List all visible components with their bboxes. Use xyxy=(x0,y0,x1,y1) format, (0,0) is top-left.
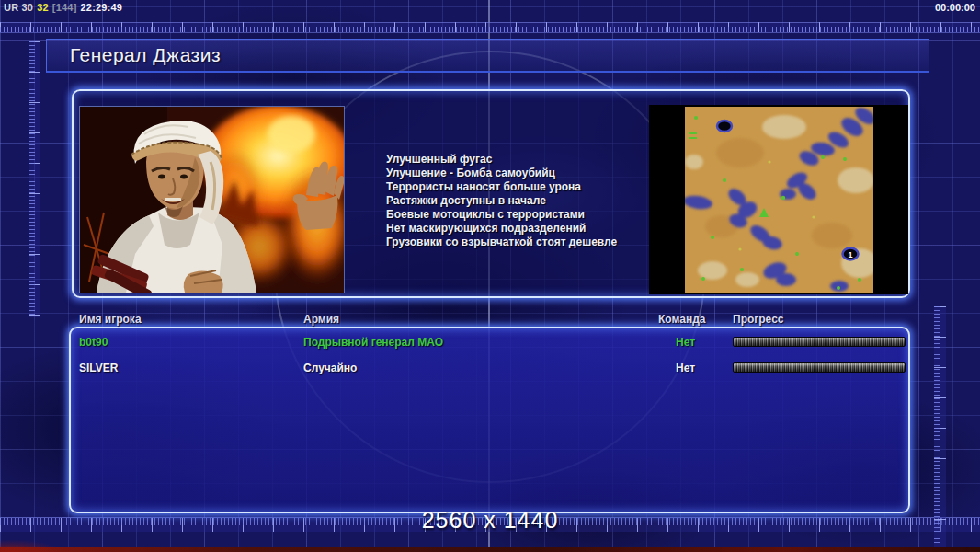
page-title: Генерал Джазиз xyxy=(47,40,929,71)
bottom-left-red-glow xyxy=(0,532,83,552)
bonus-item: Нет маскирующихся подразделений xyxy=(386,222,617,236)
minimap-preview: 1 xyxy=(649,105,908,294)
loading-progress-bar xyxy=(733,362,906,373)
column-header-progress: Прогресс xyxy=(733,313,783,326)
player-army: Подрывной генерал МАО xyxy=(303,336,443,349)
player-team: Нет xyxy=(676,362,695,374)
ruler-top xyxy=(0,22,980,33)
fps-value: 32 xyxy=(37,2,49,13)
player-name: b0t90 xyxy=(79,336,108,349)
bonus-item: Террористы наносят больше урона xyxy=(386,180,617,194)
local-time: 22:29:49 xyxy=(81,2,123,13)
player-name: SILVER xyxy=(79,362,118,374)
loading-screen: UR 3032[144]22:29:49 00:00:00 Генерал Дж… xyxy=(0,0,980,552)
game-timer: 00:00:00 xyxy=(935,2,975,13)
players-table-panel xyxy=(69,327,910,513)
player-team: Нет xyxy=(676,336,695,349)
fps-status-readout: UR 3032[144]22:29:49 xyxy=(4,2,126,13)
start-position-marker xyxy=(717,121,732,132)
resolution-label: 2560 x 1440 xyxy=(0,507,980,534)
column-header-army: Армия xyxy=(303,313,339,326)
bonus-item: Растяжки доступны в начале xyxy=(386,194,617,208)
bottom-red-strip xyxy=(0,547,980,552)
general-portrait-image xyxy=(80,107,344,293)
title-bar: Генерал Джазиз xyxy=(46,39,929,73)
player-army: Случайно xyxy=(303,362,357,374)
column-header-team: Команда xyxy=(658,313,705,326)
fps-label: UR 30 xyxy=(4,2,33,13)
bonus-item: Улучшение - Бомба самоубийц xyxy=(386,167,617,180)
general-bonus-list: Улучшенный фугас Улучшение - Бомба самоу… xyxy=(386,153,617,249)
start-position-number: 1 xyxy=(848,250,852,259)
loading-progress-bar xyxy=(733,337,906,347)
fps-bracket-value: [144] xyxy=(52,2,77,13)
bonus-item: Улучшенный фугас xyxy=(386,153,617,167)
ruler-left xyxy=(29,41,40,317)
bonus-item: Боевые мотоциклы с террористами xyxy=(386,208,617,222)
column-header-player-name: Имя игрока xyxy=(79,313,142,326)
bonus-item: Грузовики со взрывчаткой стоят дешевле xyxy=(386,236,617,249)
